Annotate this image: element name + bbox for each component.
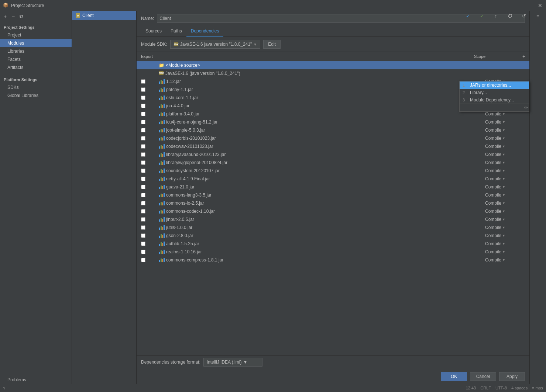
scope-arrow[interactable]: ▼ bbox=[502, 161, 505, 164]
add-library-item[interactable]: 2 Library... bbox=[460, 89, 529, 96]
scope-arrow[interactable]: ▼ bbox=[502, 177, 505, 181]
scope-arrow[interactable]: ▼ bbox=[502, 169, 505, 173]
sidebar-item-sdks[interactable]: SDKs bbox=[0, 83, 72, 91]
dep-row-10[interactable]: librarylwjglopenal-20100824.jar Compile … bbox=[137, 159, 529, 167]
sidebar-item-project[interactable]: Project bbox=[0, 31, 72, 39]
scope-arrow[interactable]: ▼ bbox=[502, 193, 505, 197]
dep-checkbox-8[interactable] bbox=[137, 144, 159, 149]
dep-row-15[interactable]: commons-io-2.5.jar Compile ▼ bbox=[137, 199, 529, 207]
dep-checkbox-11[interactable] bbox=[137, 169, 159, 173]
add-dependency-button[interactable]: + bbox=[518, 53, 529, 59]
scope-arrow[interactable]: ▼ bbox=[502, 112, 505, 116]
sidebar-item-libraries[interactable]: Libraries bbox=[0, 47, 72, 55]
sdk-edit-button[interactable]: Edit bbox=[263, 40, 281, 49]
dep-row-17[interactable]: jinput-2.0.5.jar Compile ▼ bbox=[137, 215, 529, 223]
history-btn[interactable]: ⏱ bbox=[503, 12, 516, 20]
scope-arrow[interactable]: ▼ bbox=[502, 145, 505, 148]
add-module-dep-item[interactable]: 3 Module Dependency... bbox=[460, 96, 529, 104]
add-jars-item[interactable]: 1 JARs or directories... bbox=[460, 81, 529, 89]
scope-arrow[interactable]: ▼ bbox=[502, 120, 505, 124]
scope-arrow[interactable]: ▼ bbox=[502, 136, 505, 140]
dep-checkbox-12[interactable] bbox=[137, 177, 159, 181]
scope-arrow[interactable]: ▼ bbox=[502, 128, 505, 132]
check-btn-2[interactable]: ✓ bbox=[475, 12, 488, 20]
dep-row-6[interactable]: jopt-simple-5.0.3.jar Compile ▼ bbox=[137, 126, 529, 134]
close-button[interactable]: ✕ bbox=[537, 3, 543, 8]
dep-checkbox-21[interactable] bbox=[137, 250, 159, 254]
remove-module-button[interactable]: − bbox=[10, 13, 17, 20]
dep-row-16[interactable]: commons-codec-1.10.jar Compile ▼ bbox=[137, 207, 529, 215]
dep-checkbox-1[interactable] bbox=[137, 87, 159, 92]
dep-row-19[interactable]: gson-2.8.0.jar Compile ▼ bbox=[137, 232, 529, 240]
dep-checkbox-3[interactable] bbox=[137, 104, 159, 108]
dep-checkbox-9[interactable] bbox=[137, 152, 159, 157]
scope-arrow[interactable]: ▼ bbox=[502, 250, 505, 254]
dep-row-11[interactable]: soundsystem-20120107.jar Compile ▼ bbox=[137, 167, 529, 175]
dep-checkbox-2[interactable] bbox=[137, 96, 159, 100]
sidebar-item-facets[interactable]: Facets bbox=[0, 55, 72, 63]
pencil-icon[interactable]: ✏ bbox=[524, 105, 528, 110]
sdk-dropdown[interactable]: JDK JavaSE-1.6 java version "1.8.0_241" … bbox=[170, 40, 261, 49]
content-area: Name: Sources Paths Dependencies Module … bbox=[137, 11, 529, 384]
dep-row-14[interactable]: commons-lang3-3.5.jar Compile ▼ bbox=[137, 191, 529, 199]
dep-checkbox-20[interactable] bbox=[137, 242, 159, 246]
dep-row-module-source[interactable]: 📁 <Module source> bbox=[137, 61, 529, 69]
dep-checkbox-0[interactable] bbox=[137, 79, 159, 84]
dep-checkbox-18[interactable] bbox=[137, 225, 159, 230]
jar-icon bbox=[159, 95, 165, 101]
up-btn[interactable]: ↑ bbox=[489, 12, 502, 20]
dep-scope-9: Compile ▼ bbox=[485, 152, 529, 157]
scope-arrow[interactable]: ▼ bbox=[502, 185, 505, 189]
dep-row-18[interactable]: jutils-1.0.0.jar Compile ▼ bbox=[137, 223, 529, 232]
apply-button[interactable]: Apply bbox=[499, 372, 525, 381]
sidebar-item-modules[interactable]: Modules bbox=[0, 39, 72, 47]
tab-sources[interactable]: Sources bbox=[141, 26, 166, 37]
help-icon[interactable]: ? bbox=[3, 386, 5, 391]
tab-dependencies[interactable]: Dependencies bbox=[186, 26, 224, 37]
dep-row-22[interactable]: commons-compress-1.8.1.jar Compile ▼ bbox=[137, 256, 529, 264]
scope-arrow[interactable]: ▼ bbox=[502, 242, 505, 246]
cancel-button[interactable]: Cancel bbox=[470, 372, 496, 381]
add-module-button[interactable]: + bbox=[1, 13, 9, 20]
dep-row-20[interactable]: authlib-1.5.25.jar Compile ▼ bbox=[137, 240, 529, 248]
scope-arrow[interactable]: ▼ bbox=[502, 218, 505, 221]
scope-arrow[interactable]: ▼ bbox=[502, 226, 505, 229]
dep-row-7[interactable]: codecjorbis-20101023.jar Compile ▼ bbox=[137, 134, 529, 142]
dep-row-sdk[interactable]: JDK JavaSE-1.6 (java version "1.8.0_241"… bbox=[137, 69, 529, 77]
dep-checkbox-7[interactable] bbox=[137, 136, 159, 141]
check-btn-1[interactable]: ✓ bbox=[461, 12, 474, 20]
dep-checkbox-14[interactable] bbox=[137, 193, 159, 197]
dep-checkbox-19[interactable] bbox=[137, 233, 159, 238]
copy-module-button[interactable]: ⧉ bbox=[18, 13, 25, 20]
menu-btn[interactable]: ≡ bbox=[531, 12, 545, 20]
sidebar-item-problems[interactable]: Problems bbox=[0, 376, 72, 384]
dep-checkbox-17[interactable] bbox=[137, 217, 159, 222]
dep-checkbox-10[interactable] bbox=[137, 160, 159, 165]
dep-checkbox-6[interactable] bbox=[137, 128, 159, 132]
scope-arrow[interactable]: ▼ bbox=[502, 209, 505, 213]
dep-row-12[interactable]: netty-all-4.1.9.Final.jar Compile ▼ bbox=[137, 175, 529, 183]
dep-row-8[interactable]: codecwav-20101023.jar Compile ▼ bbox=[137, 142, 529, 150]
scope-arrow[interactable]: ▼ bbox=[502, 258, 505, 262]
dep-checkbox-4[interactable] bbox=[137, 112, 159, 116]
sidebar-item-artifacts[interactable]: Artifacts bbox=[0, 63, 72, 72]
ok-button[interactable]: OK bbox=[441, 372, 467, 381]
dep-row-9[interactable]: libraryjavasound-20101123.jar Compile ▼ bbox=[137, 150, 529, 159]
sidebar-item-global-libraries[interactable]: Global Libraries bbox=[0, 91, 72, 100]
dep-checkbox-15[interactable] bbox=[137, 201, 159, 205]
tab-paths[interactable]: Paths bbox=[166, 26, 186, 37]
dep-checkbox-16[interactable] bbox=[137, 209, 159, 214]
dep-row-13[interactable]: guava-21.0.jar Compile ▼ bbox=[137, 183, 529, 191]
module-list-item-client[interactable]: M Client bbox=[72, 11, 136, 20]
dep-checkbox-5[interactable] bbox=[137, 120, 159, 124]
scope-arrow[interactable]: ▼ bbox=[502, 201, 505, 205]
revert-btn[interactable]: ↺ bbox=[517, 12, 530, 20]
dep-row-21[interactable]: realms-1.10.16.jar Compile ▼ bbox=[137, 248, 529, 256]
dep-checkbox-22[interactable] bbox=[137, 258, 159, 262]
scope-arrow[interactable]: ▼ bbox=[502, 234, 505, 237]
dep-checkbox-13[interactable] bbox=[137, 185, 159, 189]
storage-dropdown[interactable]: IntelliJ IDEA (.iml) ▼ bbox=[203, 358, 262, 367]
scope-arrow[interactable]: ▼ bbox=[502, 153, 505, 156]
outer-right-toolbar bbox=[529, 11, 546, 384]
dep-row-5[interactable]: icu4j-core-mojang-51.2.jar Compile ▼ bbox=[137, 118, 529, 126]
